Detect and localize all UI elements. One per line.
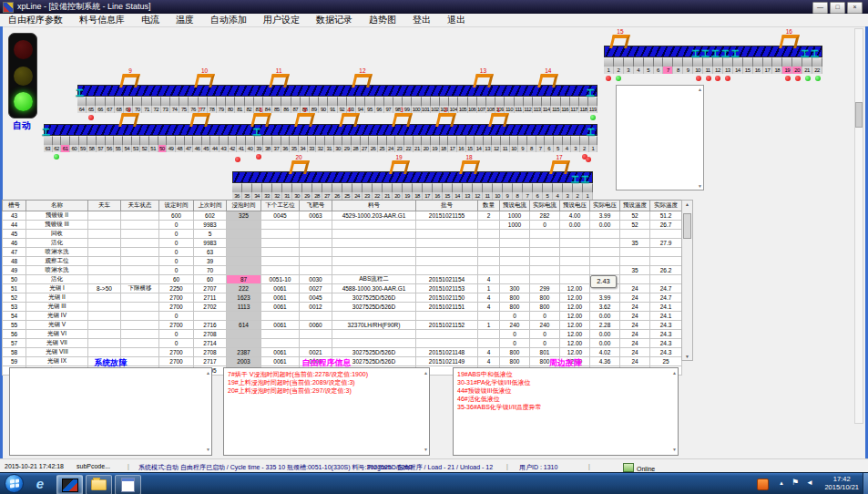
tank-cell-31[interactable]: 31 (282, 192, 292, 200)
carrier-listbox[interactable]: ▲ ▼ (616, 85, 704, 190)
tank-cell-14[interactable]: 14 (733, 67, 743, 74)
tank-cell-18[interactable]: 18 (772, 67, 782, 74)
tank-cell-26[interactable]: 26 (332, 192, 342, 200)
tank-cell-27[interactable]: 27 (322, 192, 332, 200)
table-row-50[interactable]: 50活化6060870051-100030ABS流程二201510211544 (3, 275, 682, 284)
tank-cell-28[interactable]: 28 (312, 192, 322, 200)
scroll-up-icon[interactable]: ▲ (682, 201, 692, 207)
column-header-上次时间[interactable]: 上次时间 (194, 201, 227, 211)
tank-cell-10[interactable]: 10 (510, 145, 519, 152)
tank-cell-42[interactable]: 42 (229, 145, 238, 152)
tank-cell-4[interactable]: 4 (563, 145, 572, 152)
tank-cell-15[interactable]: 15 (443, 192, 453, 200)
scroll-down-icon[interactable]: ▼ (424, 446, 428, 454)
table-row-45[interactable]: 45回收05 (3, 230, 682, 239)
tank-cell-36[interactable]: 36 (281, 145, 291, 152)
tank-cell-2[interactable]: 2 (614, 67, 624, 74)
tank-cell-16[interactable]: 16 (433, 192, 443, 200)
tank-cell-56[interactable]: 56 (106, 145, 115, 152)
tank-cell-35[interactable]: 35 (290, 145, 299, 152)
tank-cell-3[interactable]: 3 (563, 192, 573, 200)
table-row-44[interactable]: 44预镀镍 III09983100000.000.005226.7 (3, 221, 682, 230)
tank-cell-11[interactable]: 11 (501, 145, 510, 152)
show-desktop-button[interactable] (863, 473, 868, 494)
minimize-button[interactable]: — (812, 2, 828, 14)
table-row-58[interactable]: 58光铜 VIII270027082387006100213027525D/52… (3, 348, 682, 357)
tank-cell-18[interactable]: 18 (413, 192, 423, 200)
tank-cell-8[interactable]: 8 (513, 192, 523, 200)
tank-cell-17[interactable]: 17 (423, 192, 433, 200)
tank-cell-12[interactable]: 12 (473, 192, 483, 200)
table-row-43[interactable]: 43预镀镍 II600602325004500634529-1000.203-A… (3, 211, 682, 221)
tank-cell-7[interactable]: 7 (536, 145, 546, 152)
column-header-飞靶号[interactable]: 飞靶号 (300, 201, 332, 211)
start-button[interactable] (5, 474, 24, 493)
tank-cell-22[interactable]: 22 (812, 67, 822, 74)
tank-cell-52[interactable]: 52 (140, 145, 149, 152)
panel-box-自由程序信息[interactable]: 7#烘干 V浸泡时间超时(当前值:2278/设定值:1900) 19#上料浸泡时… (223, 367, 430, 456)
column-header-实际电压[interactable]: 实际电压 (590, 201, 620, 211)
tank-cell-34[interactable]: 34 (299, 145, 308, 152)
tank-cell-7[interactable]: 7 (523, 192, 533, 200)
tank-cell-63[interactable]: 63 (44, 145, 53, 152)
scroll-up-icon[interactable]: ▲ (206, 369, 210, 377)
tank-cell-33[interactable]: 33 (262, 192, 272, 200)
tank-cell-43[interactable]: 43 (220, 145, 229, 152)
menu-item-数据记录[interactable]: 数据记录 (308, 14, 361, 26)
column-header-实际温度[interactable]: 实际温度 (650, 201, 682, 211)
tank-cell-13[interactable]: 13 (484, 145, 493, 152)
tank-cell-22[interactable]: 22 (373, 192, 383, 200)
tank-cell-24[interactable]: 24 (387, 145, 396, 152)
column-header-数量[interactable]: 数量 (478, 201, 500, 211)
tank-cell-23[interactable]: 23 (363, 192, 373, 200)
main-vertical-scrollbar[interactable] (854, 28, 863, 424)
tank-cell-11[interactable]: 11 (483, 192, 493, 200)
scroll-down-icon[interactable]: ▼ (672, 446, 677, 454)
tank-cell-62[interactable]: 62 (53, 145, 62, 152)
tank-cell-3[interactable]: 3 (571, 145, 580, 152)
tank-cell-12[interactable]: 12 (492, 145, 501, 152)
panel-box-周边故障[interactable]: 19#ABS中和低液位 30-31#PA化学镍I/II低液位 44#预镀镍III… (453, 367, 679, 456)
tank-cell-53[interactable]: 53 (132, 145, 141, 152)
tank-cell-19[interactable]: 19 (403, 192, 413, 200)
column-header-预设电流[interactable]: 预设电流 (500, 201, 530, 211)
tank-cell-28[interactable]: 28 (352, 145, 361, 152)
tank-cell-32[interactable]: 32 (316, 145, 325, 152)
column-header-预设电压[interactable]: 预设电压 (560, 201, 590, 211)
tank-cell-11[interactable]: 11 (703, 67, 713, 74)
tank-cell-24[interactable]: 24 (352, 192, 363, 200)
tank-cell-23[interactable]: 23 (395, 145, 404, 152)
tank-cell-3[interactable]: 3 (624, 67, 634, 74)
tank-cell-37[interactable]: 37 (272, 145, 281, 152)
table-row-49[interactable]: 49喷淋水洗0703526.2 (3, 266, 682, 275)
scroll-up-icon[interactable]: ▲ (672, 369, 677, 377)
table-row-56[interactable]: 56光铜 VI027080012.000.002424.3 (3, 330, 682, 339)
tank-cell-18[interactable]: 18 (440, 145, 449, 152)
tank-cell-5[interactable]: 5 (644, 67, 654, 74)
tank-cell-6[interactable]: 6 (545, 145, 554, 152)
column-header-天车[interactable]: 天车 (88, 201, 121, 211)
tank-cell-30[interactable]: 30 (292, 192, 302, 200)
tank-cell-45[interactable]: 45 (202, 145, 211, 152)
tank-cell-32[interactable]: 32 (272, 192, 282, 200)
scrollbar-thumb[interactable] (855, 102, 863, 128)
tank-cell-15[interactable]: 15 (466, 145, 475, 152)
tank-cell-19[interactable]: 19 (431, 145, 440, 152)
tank-cell-8[interactable]: 8 (527, 145, 536, 152)
tank-cell-10[interactable]: 10 (493, 192, 503, 200)
tank-cell-44[interactable]: 44 (210, 145, 220, 152)
scroll-up-icon[interactable]: ▲ (698, 87, 702, 92)
column-header-预设温度[interactable]: 预设温度 (620, 201, 650, 211)
table-row-48[interactable]: 48观察工位039 (3, 257, 682, 266)
tank-cell-50[interactable]: 50 (158, 145, 168, 152)
tank-cell-14[interactable]: 14 (475, 145, 484, 152)
tank-cell-31[interactable]: 31 (325, 145, 334, 152)
tank-cell-1[interactable]: 1 (604, 67, 614, 74)
tank-cell-6[interactable]: 6 (533, 192, 543, 200)
panel-box-系统故障[interactable]: ▲▼ (9, 367, 212, 456)
tank-cell-46[interactable]: 46 (193, 145, 202, 152)
menu-item-趋势图[interactable]: 趋势图 (361, 14, 404, 26)
volume-icon[interactable]: ◄ (806, 479, 813, 487)
tank-cell-54[interactable]: 54 (123, 145, 132, 152)
menu-item-温度[interactable]: 温度 (168, 14, 202, 26)
